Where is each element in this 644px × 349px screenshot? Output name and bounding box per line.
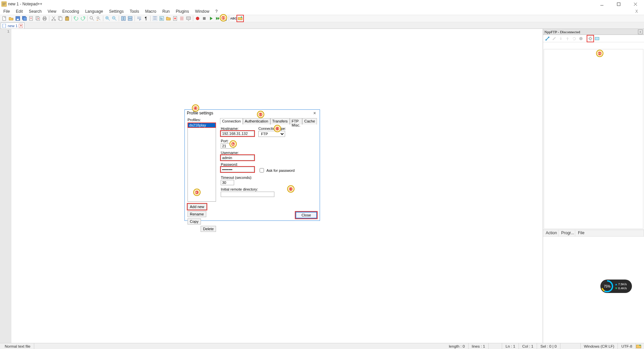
indent-guide-icon[interactable] <box>152 15 158 21</box>
menu-encoding[interactable]: Encoding <box>62 9 80 14</box>
find-icon[interactable] <box>89 15 95 21</box>
print-icon[interactable] <box>42 15 48 21</box>
hostname-input[interactable] <box>221 131 254 136</box>
copy-icon[interactable] <box>57 15 63 21</box>
document-tab[interactable]: new 1 × <box>1 22 24 29</box>
svg-point-31 <box>174 17 176 19</box>
new-file-icon[interactable] <box>1 15 7 21</box>
annotation-badge-8: ⑧ <box>287 185 294 193</box>
save-icon[interactable] <box>15 15 21 21</box>
dialog-title-bar[interactable]: Profile settings × <box>185 110 320 116</box>
svg-rect-11 <box>44 16 46 18</box>
menu-view[interactable]: View <box>47 9 57 14</box>
rename-button[interactable]: Rename <box>187 211 206 217</box>
nppftp-panel: NppFTP - Disconnected × ② Action Progr..… <box>543 29 644 343</box>
redo-icon[interactable] <box>80 15 86 21</box>
initdir-input[interactable] <box>221 192 274 197</box>
delete-button[interactable]: Delete <box>201 226 216 232</box>
tab-cache[interactable]: Cache <box>302 118 317 124</box>
log-col-action[interactable]: Action <box>543 230 558 236</box>
record-macro-icon[interactable] <box>195 15 201 21</box>
status-bar: Normal text file length : 0 lines : 1 Ln… <box>0 343 644 349</box>
menu-plugins[interactable]: Plugins <box>175 9 190 14</box>
tab-ftp-misc[interactable]: FTP Misc. <box>290 118 303 124</box>
maximize-button[interactable] <box>613 0 624 8</box>
ask-password-checkbox[interactable]: Ask for password <box>258 167 294 173</box>
doc-map-icon[interactable] <box>172 15 178 21</box>
svg-point-33 <box>196 17 199 20</box>
minimize-button[interactable] <box>596 0 607 8</box>
log-body[interactable]: 75% 7.5K/s 0.4K/s <box>543 237 644 343</box>
menu-search[interactable]: Search <box>28 9 42 14</box>
connection-type-select[interactable]: FTP <box>258 131 285 137</box>
disconnect-icon <box>551 36 557 42</box>
menu-macro[interactable]: Macro <box>145 9 157 14</box>
connect-icon[interactable] <box>544 36 550 42</box>
spellcheck-icon[interactable]: ABC <box>230 15 236 21</box>
menu-settings[interactable]: Settings <box>108 9 124 14</box>
sync-h-icon[interactable] <box>127 15 133 21</box>
menu-help[interactable]: ? <box>215 9 218 14</box>
close-button[interactable]: Close <box>296 212 317 218</box>
dialog-tabs: Connection Authentication Transfers FTP … <box>220 118 317 124</box>
profile-item[interactable]: ds218play <box>188 123 216 128</box>
zoom-in-icon[interactable] <box>105 15 111 21</box>
tray-icon[interactable] <box>636 344 641 349</box>
menu-tools[interactable]: Tools <box>129 9 140 14</box>
nppftp-header[interactable]: NppFTP - Disconnected × <box>543 29 644 35</box>
nppftp-toolbar-icon[interactable] <box>237 15 243 21</box>
nppftp-tree[interactable] <box>544 49 643 229</box>
menu-window[interactable]: Window <box>194 9 210 14</box>
tab-authentication[interactable]: Authentication <box>243 118 270 124</box>
paste-icon[interactable] <box>64 15 70 21</box>
cut-icon[interactable] <box>51 15 57 21</box>
nppftp-close-icon[interactable]: × <box>638 30 643 34</box>
open-file-icon[interactable] <box>8 15 14 21</box>
dialog-close-icon[interactable]: × <box>312 110 318 116</box>
menu-extra-x[interactable]: X <box>635 9 641 14</box>
close-all-icon[interactable] <box>35 15 41 21</box>
monitor-icon[interactable] <box>185 15 192 21</box>
folder-view-icon[interactable] <box>165 15 171 21</box>
menu-file[interactable]: File <box>3 9 10 14</box>
add-new-button[interactable]: Add new <box>187 204 207 210</box>
play-macro-icon[interactable] <box>208 15 214 21</box>
username-label: Username: <box>221 151 254 155</box>
log-col-file[interactable]: File <box>575 230 644 236</box>
undo-icon[interactable] <box>73 15 79 21</box>
speed-widget[interactable]: 75% 7.5K/s 0.4K/s <box>600 280 632 293</box>
close-button[interactable] <box>630 0 641 8</box>
password-input[interactable] <box>221 167 254 172</box>
profiles-listbox[interactable]: ds218play <box>187 122 216 202</box>
log-col-progr[interactable]: Progr... <box>558 230 575 236</box>
tab-transfers[interactable]: Transfers <box>270 118 290 124</box>
menu-edit[interactable]: Edit <box>15 9 23 14</box>
connection-type-label: Connection type: <box>258 127 286 131</box>
wordwrap-icon[interactable] <box>136 15 142 21</box>
ask-password-box[interactable] <box>260 168 264 172</box>
svg-point-39 <box>545 39 547 41</box>
username-input[interactable] <box>221 155 254 160</box>
close-tab-icon[interactable]: × <box>19 24 23 28</box>
stop-macro-icon[interactable] <box>201 15 207 21</box>
profiles-label: Profiles: <box>187 118 216 122</box>
zoom-out-icon[interactable] <box>111 15 117 21</box>
nppftp-toolbar <box>543 35 644 42</box>
dialog-title: Profile settings <box>187 111 213 115</box>
copy-button[interactable]: Copy <box>187 218 201 225</box>
status-col: Col : 1 <box>519 343 537 349</box>
save-all-icon[interactable] <box>21 15 28 21</box>
menu-run[interactable]: Run <box>162 9 170 14</box>
settings-gear-icon[interactable] <box>587 36 593 42</box>
sync-v-icon[interactable] <box>120 15 126 21</box>
messages-icon[interactable] <box>594 36 600 42</box>
tab-connection[interactable]: Connection <box>220 118 243 124</box>
funclist-icon[interactable] <box>179 15 185 21</box>
close-file-icon[interactable] <box>28 15 34 21</box>
timeout-input[interactable] <box>221 180 234 185</box>
all-chars-icon[interactable]: ¶ <box>143 15 149 21</box>
hostname-label: Hostname: <box>221 127 254 131</box>
menu-language[interactable]: Language <box>85 9 104 14</box>
replace-icon[interactable] <box>96 15 102 21</box>
lang-icon[interactable]: fx <box>159 15 165 21</box>
